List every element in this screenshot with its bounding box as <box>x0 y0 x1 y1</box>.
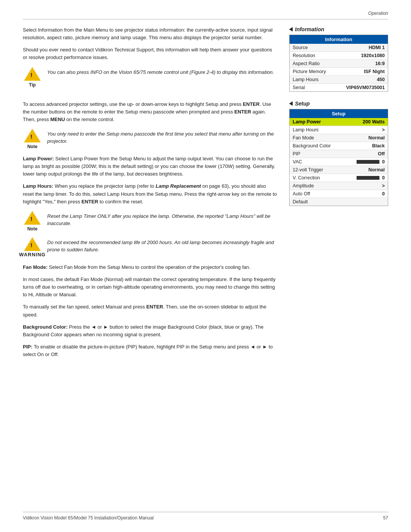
info-cell-value: VIP65VM0735001 <box>336 84 388 92</box>
setup-table: Setup Lamp Power200 WattsLamp Hours>Fan … <box>289 109 388 206</box>
info-cell-label: Source <box>290 44 336 52</box>
note1-triangle-icon <box>24 129 41 142</box>
footer-left: Vidikron Vision Model 65/Model 75 Instal… <box>23 515 154 521</box>
warning-label: WARNING <box>19 252 46 257</box>
info-cell-label: Serial <box>290 84 336 92</box>
setup-table-row: V. Correction 0 <box>290 174 388 182</box>
setup-table-row: PIPOff <box>290 150 388 158</box>
intro-para1: Select Information from the Main Menu to… <box>23 26 278 42</box>
info-cell-label: Resolution <box>290 52 336 60</box>
info-table-row: SourceHDMI 1 <box>290 44 388 52</box>
slider-bar <box>357 176 379 180</box>
fan-mode-para: Fan Mode: Select Fan Mode from the Setup… <box>23 264 278 271</box>
setup-cell-value: > <box>345 126 388 134</box>
info-cell-value: HDMI 1 <box>336 44 388 52</box>
setup-cell-label: 12-volt Trigger <box>290 166 345 174</box>
setup-cell-value: Black <box>345 142 388 150</box>
info-table-row: Aspect Ratio16:9 <box>290 60 388 68</box>
setup-table-row: Lamp Power200 Watts <box>290 118 388 126</box>
setup-table-row: Fan ModeNormal <box>290 134 388 142</box>
info-table-row: Picture MemoryISF Night <box>290 68 388 76</box>
intro-para2: Should you ever need to contact Vidikron… <box>23 46 278 61</box>
left-column-top: Select Information from the Main Menu to… <box>23 26 278 93</box>
warning-icon-container: WARNING <box>23 237 42 257</box>
setup-cell-value: Normal <box>345 134 388 142</box>
setup-table-row: Amplitude> <box>290 182 388 190</box>
footer-page: 57 <box>383 515 388 521</box>
info-table-header: Information <box>290 35 388 44</box>
setup-title: Setup <box>289 101 388 107</box>
setup-cell-label: Fan Mode <box>290 134 345 142</box>
note1-box: Note You only need to enter the Setup me… <box>23 129 278 150</box>
bg-color-para: Background Color: Press the ◄ or ► butto… <box>23 323 278 339</box>
setup-cell-value <box>345 198 388 206</box>
setup-cell-value: 0 <box>345 174 388 182</box>
setup-cell-value: Off <box>345 150 388 158</box>
information-table: Information SourceHDMI 1Resolution1920x1… <box>289 35 388 92</box>
warning-triangle-icon <box>24 237 41 251</box>
info-cell-value: 16:9 <box>336 60 388 68</box>
triangle-left-icon <box>289 27 293 32</box>
setup-cell-label: Background Color <box>290 142 345 150</box>
setup-cell-label: V. Correction <box>290 174 345 182</box>
tip-text: You can also press INFO on the Vision 65… <box>47 67 274 76</box>
note2-triangle-icon <box>24 211 41 225</box>
info-cell-value: 1920x1080 <box>336 52 388 60</box>
top-rule <box>23 19 388 19</box>
info-table-row: Lamp Hours450 <box>290 76 388 84</box>
slider-bar <box>357 160 379 164</box>
left-column-bottom: To access advanced projector settings, u… <box>23 101 278 363</box>
information-title: Information <box>289 26 388 32</box>
note1-label: Note <box>27 144 38 149</box>
tip-box: Tip You can also press INFO on the Visio… <box>23 67 278 88</box>
setup-cell-value: Normal <box>345 166 388 174</box>
setup-cell-label: Lamp Hours <box>290 126 345 134</box>
fan-mode-para3: To manually set the fan speed, select Ma… <box>23 303 278 318</box>
setup-cell-value: 0 <box>345 158 388 166</box>
info-cell-label: Aspect Ratio <box>290 60 336 68</box>
setup-cell-label: Lamp Power <box>290 118 345 126</box>
setup-cell-label: Default <box>290 198 345 206</box>
warning-box: WARNING Do not exceed the recommended la… <box>23 237 278 258</box>
info-table-row: SerialVIP65VM0735001 <box>290 84 388 92</box>
right-column-top: Information Information SourceHDMI 1Reso… <box>289 26 388 93</box>
tip-triangle-icon <box>24 67 41 81</box>
header-operation: Operation <box>368 11 388 16</box>
top-section: Select Information from the Main Menu to… <box>23 26 388 93</box>
setup-table-row: VAC 0 <box>290 158 388 166</box>
note1-icon-container: Note <box>23 129 42 149</box>
setup-table-row: Background ColorBlack <box>290 142 388 150</box>
setup-triangle-left-icon <box>289 101 293 106</box>
page: Operation Select Information from the Ma… <box>0 0 411 532</box>
note1-text: You only need to enter the Setup menu pa… <box>47 129 278 145</box>
note2-text: Reset the Lamp Timer ONLY after you repl… <box>47 211 278 227</box>
setup-title-text: Setup <box>295 101 310 107</box>
lamp-power-para: Lamp Power: Select Lamp Power from the S… <box>23 155 278 178</box>
info-cell-value: 450 <box>336 76 388 84</box>
bottom-section: To access advanced projector settings, u… <box>23 101 388 363</box>
info-cell-value: ISF Night <box>336 68 388 76</box>
info-table-body: SourceHDMI 1Resolution1920x1080Aspect Ra… <box>290 44 388 92</box>
note2-box: Note Reset the Lamp Timer ONLY after you… <box>23 211 278 232</box>
setup-intro-para: To access advanced projector settings, u… <box>23 101 278 123</box>
setup-table-row: Lamp Hours> <box>290 126 388 134</box>
setup-cell-value: 0 <box>345 190 388 198</box>
info-cell-label: Lamp Hours <box>290 76 336 84</box>
info-cell-label: Picture Memory <box>290 68 336 76</box>
setup-cell-value: > <box>345 182 388 190</box>
setup-cell-label: Amplitude <box>290 182 345 190</box>
tip-label: Tip <box>29 82 36 88</box>
setup-table-row: Default <box>290 198 388 206</box>
setup-table-row: Auto Off0 <box>290 190 388 198</box>
setup-cell-label: Auto Off <box>290 190 345 198</box>
warning-text: Do not exceed the recommended lamp life … <box>47 237 278 254</box>
setup-cell-value: 200 Watts <box>345 118 388 126</box>
setup-table-body: Lamp Power200 WattsLamp Hours>Fan ModeNo… <box>290 118 388 206</box>
note2-label: Note <box>27 226 38 232</box>
pip-para: PIP: To enable or disable the picture-in… <box>23 343 278 358</box>
tip-icon-container: Tip <box>23 67 42 88</box>
setup-table-header: Setup <box>290 109 388 118</box>
setup-table-row: 12-volt TriggerNormal <box>290 166 388 174</box>
setup-cell-label: PIP <box>290 150 345 158</box>
note2-icon-container: Note <box>23 211 42 232</box>
